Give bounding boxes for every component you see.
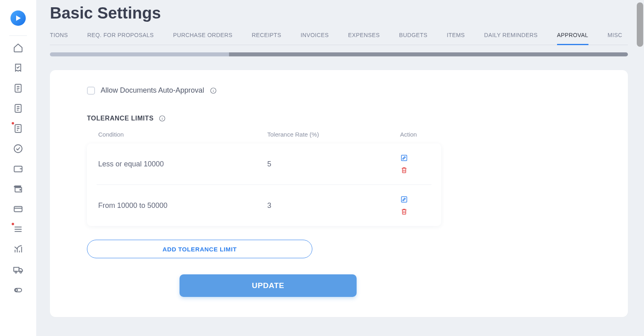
tab-tions[interactable]: TIONS xyxy=(50,32,68,45)
tolerance-table-head: Condition Tolerance Rate (%) Action xyxy=(87,131,441,143)
sidebar-divider xyxy=(9,35,27,36)
sidebar-truck-icon[interactable] xyxy=(12,264,24,275)
app-logo[interactable] xyxy=(10,10,26,26)
sidebar-toggle-icon[interactable] xyxy=(12,284,24,295)
tolerance-row: From 10000 to 50000 3 xyxy=(97,185,431,226)
condition-cell: From 10000 to 50000 xyxy=(98,201,267,210)
svg-point-11 xyxy=(15,289,17,291)
tabs-items[interactable]: ITEMS xyxy=(447,32,465,45)
notification-dot xyxy=(12,122,14,124)
col-rate: Tolerance Rate (%) xyxy=(267,131,400,138)
info-icon[interactable] xyxy=(159,115,166,122)
tab-budgets[interactable]: BUDGETS xyxy=(399,32,427,45)
sidebar-check-circle-icon[interactable] xyxy=(12,143,24,154)
auto-approval-row: Allow Documents Auto-Approval xyxy=(87,86,591,95)
condition-cell: Less or equal 10000 xyxy=(98,160,267,168)
approval-card: Allow Documents Auto-Approval TOLERANCE … xyxy=(50,70,628,317)
tolerance-heading: TOLERANCE LIMITS xyxy=(87,115,154,122)
sidebar-wallet-2-icon[interactable] xyxy=(12,183,24,195)
edit-icon[interactable] xyxy=(400,195,408,203)
col-condition: Condition xyxy=(98,131,267,138)
col-action: Action xyxy=(400,131,432,138)
rate-cell: 3 xyxy=(267,201,400,210)
edit-icon[interactable] xyxy=(400,154,408,162)
sidebar-credit-card-icon[interactable] xyxy=(12,203,24,215)
settings-progress-fill xyxy=(229,52,628,56)
tab-invoices[interactable]: INVOICES xyxy=(301,32,329,45)
page-title: Basic Settings xyxy=(50,4,628,22)
svg-point-8 xyxy=(15,271,17,273)
svg-rect-7 xyxy=(14,268,19,272)
tolerance-row: Less or equal 10000 5 xyxy=(97,143,431,185)
sidebar-chart-icon[interactable] xyxy=(12,244,24,255)
auto-approval-checkbox[interactable] xyxy=(87,87,95,95)
add-tolerance-button[interactable]: ADD TOLERANCE LIMIT xyxy=(87,240,312,258)
sidebar-invoice-icon[interactable] xyxy=(12,123,24,134)
svg-point-9 xyxy=(20,271,21,273)
tab-purchase-orders[interactable]: PURCHASE ORDERS xyxy=(173,32,233,45)
sidebar-document-1-icon[interactable] xyxy=(12,83,24,94)
tab-approval[interactable]: APPROVAL xyxy=(557,32,588,45)
notification-dot xyxy=(12,223,14,225)
tab-receipts[interactable]: RECEIPTS xyxy=(252,32,281,45)
scrollbar-thumb[interactable] xyxy=(637,2,643,47)
sidebar xyxy=(0,0,36,336)
delete-icon[interactable] xyxy=(400,207,408,216)
settings-progress xyxy=(50,52,628,56)
sidebar-list-icon[interactable] xyxy=(12,224,24,235)
sidebar-receipt-check-icon[interactable] xyxy=(12,62,24,74)
tolerance-table-body: Less or equal 10000 5 From 10000 t xyxy=(87,143,441,226)
settings-tabs: TIONS REQ. FOR PROPOSALS PURCHASE ORDERS… xyxy=(50,32,628,45)
svg-rect-15 xyxy=(401,197,407,202)
rate-cell: 5 xyxy=(267,160,400,168)
sidebar-home-icon[interactable] xyxy=(12,42,24,54)
tab-expenses[interactable]: EXPENSES xyxy=(348,32,380,45)
svg-point-3 xyxy=(14,145,22,153)
sidebar-wallet-1-icon[interactable] xyxy=(12,163,24,174)
update-button[interactable]: UPDATE xyxy=(180,274,357,297)
tab-req-for-proposals[interactable]: REQ. FOR PROPOSALS xyxy=(87,32,154,45)
svg-point-5 xyxy=(20,189,21,190)
sidebar-document-2-icon[interactable] xyxy=(12,103,24,114)
tab-daily-reminders[interactable]: DAILY REMINDERS xyxy=(484,32,538,45)
info-icon[interactable] xyxy=(210,87,217,94)
svg-rect-14 xyxy=(401,155,407,160)
main-content: Basic Settings TIONS REQ. FOR PROPOSALS … xyxy=(36,0,644,336)
delete-icon[interactable] xyxy=(400,166,408,174)
tolerance-table: Condition Tolerance Rate (%) Action Less… xyxy=(87,131,441,226)
auto-approval-label: Allow Documents Auto-Approval xyxy=(101,86,204,95)
tab-misc[interactable]: MISC xyxy=(608,32,623,45)
svg-rect-6 xyxy=(14,207,22,212)
